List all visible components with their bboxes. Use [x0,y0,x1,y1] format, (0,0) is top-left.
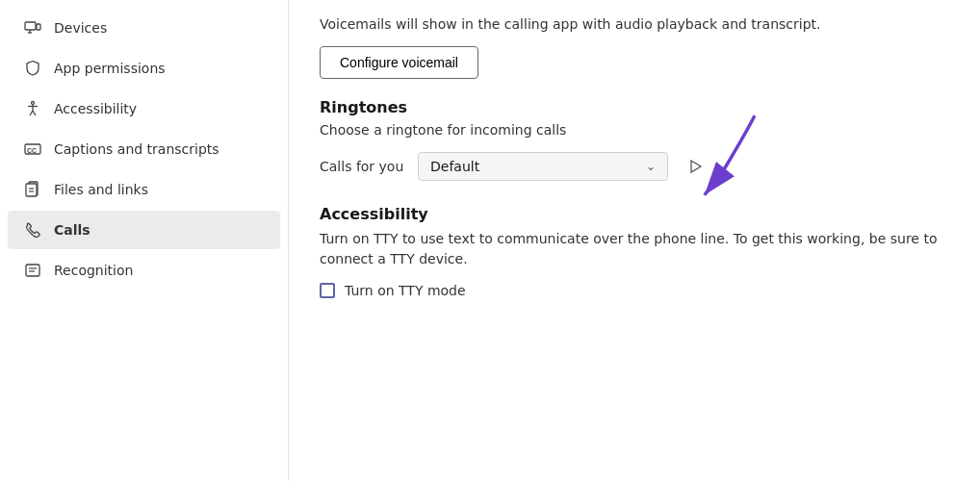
tty-label: Turn on TTY mode [345,283,466,298]
svg-rect-0 [25,22,36,30]
svg-point-4 [32,102,35,105]
sidebar-item-recognition-label: Recognition [54,263,133,278]
shield-icon [23,59,42,78]
sidebar-item-devices-label: Devices [54,20,107,36]
play-ringtone-button[interactable] [680,151,710,182]
ringtones-sub: Choose a ringtone for incoming calls [320,122,949,138]
sidebar-item-app-permissions[interactable]: App permissions [8,49,280,88]
devices-icon [23,18,42,38]
files-icon [23,180,42,199]
svg-rect-14 [26,265,39,276]
accessibility-section: Accessibility Turn on TTY to use text to… [320,205,949,298]
ringtone-select-dropdown[interactable]: Default ⌄ [418,152,668,181]
configure-voicemail-button[interactable]: Configure voicemail [320,46,478,79]
svg-line-8 [33,111,36,115]
sidebar-item-accessibility[interactable]: Accessibility [8,89,280,128]
voicemail-text: Voicemails will show in the calling app … [320,15,949,35]
phone-icon [23,220,42,240]
tty-row: Turn on TTY mode [320,283,949,298]
recognition-icon [23,261,42,280]
svg-text:CC: CC [27,147,37,154]
svg-rect-11 [26,184,37,196]
sidebar-item-calls-label: Calls [54,222,90,238]
accessibility-icon [23,99,42,118]
sidebar: Devices App permissions Accessibility CC [0,0,289,481]
tty-checkbox[interactable] [320,283,335,298]
sidebar-item-app-permissions-label: App permissions [54,61,166,76]
ringtone-row: Calls for you Default ⌄ [320,151,949,182]
main-content: Voicemails will show in the calling app … [289,0,980,481]
svg-rect-1 [37,24,40,30]
svg-marker-17 [691,161,701,172]
cc-icon: CC [23,139,42,159]
chevron-down-icon: ⌄ [646,160,656,173]
sidebar-item-captions[interactable]: CC Captions and transcripts [8,130,280,168]
ringtones-title: Ringtones [320,98,949,116]
sidebar-item-accessibility-label: Accessibility [54,101,137,116]
accessibility-title: Accessibility [320,205,949,223]
sidebar-item-files-label: Files and links [54,182,148,197]
sidebar-item-devices[interactable]: Devices [8,9,280,47]
svg-line-7 [30,111,33,115]
accessibility-desc: Turn on TTY to use text to communicate o… [320,229,949,269]
sidebar-item-captions-label: Captions and transcripts [54,141,219,157]
sidebar-item-files[interactable]: Files and links [8,170,280,209]
sidebar-item-recognition[interactable]: Recognition [8,251,280,290]
sidebar-item-calls[interactable]: Calls [8,211,280,249]
ringtone-value: Default [430,159,479,174]
calls-for-you-label: Calls for you [320,159,406,174]
